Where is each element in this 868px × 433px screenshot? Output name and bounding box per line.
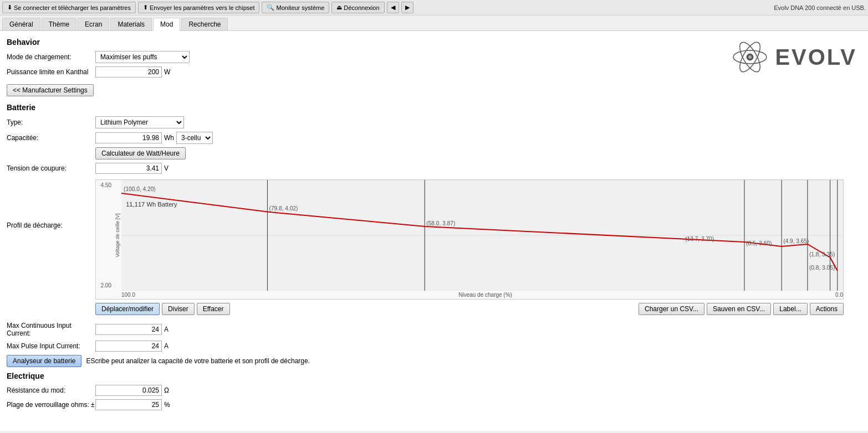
back-icon: ◀ <box>391 4 395 11</box>
max-continuous-unit: A <box>164 326 169 333</box>
logo-area: EVOLV <box>731 38 857 76</box>
calc-watt-hour-button[interactable]: Calculateur de Watt/Heure <box>95 147 186 159</box>
lock-range-input[interactable] <box>95 399 162 410</box>
tab-general[interactable]: Général <box>2 18 40 30</box>
evolv-logo-text: EVOLV <box>775 45 857 70</box>
disconnect-icon: ⏏ <box>336 4 342 11</box>
y-axis-labels: 4.50 2.00 <box>96 180 114 291</box>
move-modify-button[interactable]: Déplacer/modifier <box>95 303 160 315</box>
back-button[interactable]: ◀ <box>387 2 399 13</box>
discharge-label: Profil de décharge: <box>7 177 95 229</box>
lock-range-unit: % <box>164 401 170 409</box>
chart-actions-row: Déplacer/modifier Diviser Effacer Charge… <box>95 303 844 315</box>
chart-svg: (100.0, 4.20) (79.8, 4.02) (58.0, 3.87) … <box>121 180 843 291</box>
y-axis-label-area: Voltage de ceille [V] <box>114 180 121 291</box>
max-pulse-row: Max Pulse Input Current: A <box>7 341 861 352</box>
connect-button[interactable]: ⬇ Se connecter et télécharger les paramè… <box>2 2 136 13</box>
max-pulse-input[interactable] <box>95 341 162 352</box>
connect-label: Se connecter et télécharger les paramètr… <box>14 4 131 11</box>
battery-title: Batterie <box>7 103 861 112</box>
battery-type-select[interactable]: Lithium PolymerLithium IonLiFePO4 <box>95 116 184 128</box>
power-limit-label: Puissance limite en Kanthal <box>7 68 95 76</box>
electric-title: Electrique <box>7 372 861 380</box>
load-csv-button[interactable]: Charger un CSV... <box>639 303 704 315</box>
battery-capacity-label: Capacitée: <box>7 134 95 142</box>
power-limit-input[interactable] <box>95 66 162 78</box>
power-limit-unit: W <box>164 68 170 76</box>
lock-range-row: Plage de verrouillage ohms: ± % <box>7 399 861 410</box>
send-label: Envoyer les paramètres vers le chipset <box>150 4 255 11</box>
main-content: EVOLV Behavior Mode de chargement: Maxim… <box>0 31 868 431</box>
disconnect-button[interactable]: ⏏ Déconnexion <box>331 2 384 13</box>
label-1p8: (1.8, 3.35) <box>809 251 835 257</box>
calc-btn-row: Calculateur de Watt/Heure <box>7 147 861 159</box>
svg-point-1 <box>748 55 752 59</box>
battery-capacity-row: Capacitée: Wh 1-cellu2-cellu3-cellu4-cel… <box>7 132 861 144</box>
monitor-label: Moniteur système <box>276 4 324 11</box>
y-axis-label: Voltage de ceille [V] <box>115 213 120 257</box>
forward-icon: ▶ <box>405 4 410 11</box>
label-4p9: (4.9, 3.65) <box>783 238 809 244</box>
resistance-unit: Ω <box>164 386 169 394</box>
label-button[interactable]: Label... <box>773 303 807 315</box>
analyzer-row: Analyseur de batterie EScribe peut anali… <box>7 355 861 367</box>
label-13: (13.7, 3.70) <box>685 236 714 242</box>
disconnect-label: Déconnexion <box>344 4 379 11</box>
label-58: (58.0, 3.87) <box>426 220 455 226</box>
cutoff-unit: V <box>164 164 169 172</box>
max-continuous-label: Max Continuous Input Current: <box>7 322 95 337</box>
max-pulse-unit: A <box>164 342 169 350</box>
actions-button[interactable]: Actions <box>810 303 844 315</box>
forward-button[interactable]: ▶ <box>401 2 413 13</box>
cutoff-input[interactable] <box>95 163 162 174</box>
battery-capacity-input[interactable] <box>95 132 162 143</box>
connect-icon: ⬇ <box>7 4 12 11</box>
max-continuous-row: Max Continuous Input Current: A <box>7 322 861 337</box>
tab-materials[interactable]: Materials <box>110 18 152 30</box>
chart-title: 11,117 Wh Battery <box>126 201 177 208</box>
tab-theme[interactable]: Thème <box>42 18 76 30</box>
resistance-input[interactable] <box>95 385 162 396</box>
label-79: (79.8, 4.02) <box>269 205 298 212</box>
label-0p8: (0.8, 3.05) <box>809 265 835 271</box>
battery-chart[interactable]: 4.50 2.00 Voltage de ceille [V] <box>95 179 844 300</box>
divide-button[interactable]: Diviser <box>162 303 195 315</box>
lock-range-label: Plage de verrouillage ohms: ± <box>7 401 95 409</box>
label-100: (100.0, 4.20) <box>124 186 156 192</box>
erase-button[interactable]: Effacer <box>197 303 230 315</box>
tab-screen[interactable]: Ecran <box>78 18 109 30</box>
battery-cell-select[interactable]: 1-cellu2-cellu3-cellu4-cellu <box>176 132 213 144</box>
charge-mode-label: Mode de chargement: <box>7 53 95 61</box>
discharge-profile-row: Profil de décharge: 4.50 2.00 Voltage de… <box>7 177 861 318</box>
x-axis-labels: 100.0 Niveau de charge (%) 0.0 <box>96 291 843 299</box>
charge-mode-select[interactable]: Maximiser les puffsStandardRapide <box>95 51 190 63</box>
cutoff-row: Tension de coupure: V <box>7 163 861 174</box>
analyzer-desc: EScribe peut analizer la capacité de vot… <box>86 357 310 365</box>
battery-capacity-unit: Wh <box>164 134 174 142</box>
chart-plot-area[interactable]: (100.0, 4.20) (79.8, 4.02) (58.0, 3.87) … <box>121 180 843 291</box>
monitor-icon: 🔍 <box>267 4 274 11</box>
send-icon: ⬆ <box>143 4 148 11</box>
send-button[interactable]: ⬆ Envoyer les paramètres vers le chipset <box>138 2 260 13</box>
label-8p5: (8.5, 3.60) <box>746 240 772 246</box>
status-text: Evolv DNA 200 connecté en USB. <box>774 4 866 11</box>
max-continuous-input[interactable] <box>95 324 162 335</box>
resistance-label: Résistance du mod: <box>7 386 95 394</box>
evolv-logo-icon <box>731 38 769 76</box>
battery-type-row: Type: Lithium PolymerLithium IonLiFePO4 <box>7 116 861 128</box>
tabs-bar: Général Thème Ecran Materials Mod Recher… <box>0 16 868 31</box>
chart-wrapper: 4.50 2.00 Voltage de ceille [V] <box>95 177 844 318</box>
tab-search[interactable]: Recherche <box>181 18 228 30</box>
manufacturer-settings-button[interactable]: << Manufacturer Settings <box>7 84 94 96</box>
cutoff-label: Tension de coupure: <box>7 164 95 172</box>
max-pulse-label: Max Pulse Input Current: <box>7 342 95 350</box>
resistance-row: Résistance du mod: Ω <box>7 385 861 396</box>
analyzer-button[interactable]: Analyseur de batterie <box>7 355 81 367</box>
mfr-btn-area: << Manufacturer Settings <box>7 82 861 96</box>
save-csv-button[interactable]: Sauven en CSV... <box>707 303 771 315</box>
toolbar: ⬇ Se connecter et télécharger les paramè… <box>0 0 868 16</box>
monitor-button[interactable]: 🔍 Moniteur système <box>262 2 329 13</box>
tab-mod[interactable]: Mod <box>153 18 180 31</box>
battery-type-label: Type: <box>7 118 95 126</box>
